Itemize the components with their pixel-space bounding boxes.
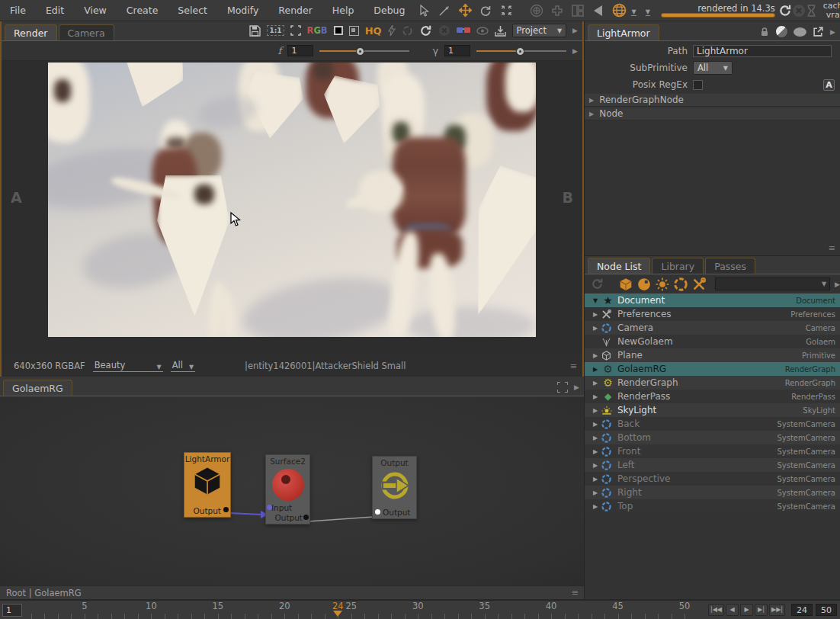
menu-view[interactable]: View — [74, 0, 117, 21]
light-icon[interactable] — [656, 277, 669, 291]
refresh-render-icon[interactable] — [419, 24, 432, 37]
tree-row-golaemrg[interactable]: ▶⚙GolaemRGRenderGraph — [585, 362, 840, 376]
expand-arrow[interactable]: ▶ — [589, 462, 601, 469]
stereo-glasses-icon[interactable] — [457, 27, 470, 35]
port-dot[interactable] — [303, 515, 309, 520]
port-dot[interactable] — [375, 509, 380, 515]
tab-camera[interactable]: Camera — [59, 24, 114, 40]
current-frame-field[interactable]: 24 — [791, 604, 813, 616]
tree-row-rendergraph[interactable]: ▶⚙RenderGraphRenderGraph — [585, 376, 840, 390]
tab-passes[interactable]: Passes — [705, 258, 755, 274]
menu-file[interactable]: File — [0, 0, 36, 21]
tab-golaemrg[interactable]: GolaemRG — [3, 380, 72, 396]
tree-row-preferences[interactable]: ▶PreferencesPreferences — [585, 307, 840, 321]
tree-row-skylight[interactable]: ▶SkyLightSkyLight — [585, 403, 840, 417]
expand-arrow[interactable]: ▼ — [589, 297, 601, 304]
breadcrumb[interactable]: Root | GolaemRG — [6, 588, 82, 598]
port-input[interactable]: Input — [271, 503, 292, 512]
menu-create[interactable]: Create — [117, 0, 168, 21]
save-icon[interactable] — [249, 25, 261, 37]
expand-arrow[interactable]: ▶ — [589, 380, 601, 386]
rgb-icon[interactable]: RGB — [307, 25, 328, 36]
skip-to-end-button[interactable]: ▶▶| — [769, 604, 785, 616]
camera-icon[interactable] — [674, 277, 688, 291]
layout-icon[interactable] — [570, 3, 585, 18]
project-dropdown[interactable]: Project▼ — [512, 24, 567, 37]
export-icon[interactable] — [495, 25, 506, 37]
menu-render[interactable]: Render — [268, 0, 322, 21]
expand-arrow[interactable]: ▶ — [589, 311, 601, 318]
globe-icon[interactable] — [611, 3, 627, 18]
timeline-start-field[interactable]: 1 — [2, 604, 22, 617]
layer-dropdown[interactable]: Beauty▼ — [93, 360, 163, 372]
subprimitive-dropdown[interactable]: All▼ — [693, 61, 733, 75]
tree-row-plane[interactable]: ▶PlanePrimitive — [585, 348, 840, 362]
lightning-icon[interactable] — [388, 25, 396, 36]
lock-icon[interactable] — [759, 27, 770, 37]
fullscreen-icon[interactable] — [557, 382, 568, 393]
puzzle-icon[interactable] — [550, 3, 565, 18]
panel-menu-arrow[interactable]: ▶ — [830, 28, 835, 36]
panel-menu-arrow[interactable]: ▶ — [572, 27, 578, 34]
shaded-ball-icon[interactable] — [776, 26, 787, 37]
port-dot[interactable] — [267, 505, 272, 510]
skip-to-start-button[interactable]: |◀◀ — [708, 604, 724, 616]
panel-resize-grip[interactable]: ≡ — [829, 243, 835, 253]
node-graph-canvas[interactable]: LightArmor Output Surface2 Input Output — [0, 396, 584, 585]
slider-menu-arrow[interactable]: ▶ — [572, 47, 578, 55]
context-dropdown-1[interactable]: ▼ — [631, 5, 636, 16]
expand-arrow[interactable]: ▶ — [589, 352, 601, 359]
play-button[interactable]: ▶ — [740, 604, 753, 616]
node-lightarmor[interactable]: LightArmor Output — [184, 452, 231, 518]
refresh-icon[interactable] — [778, 3, 792, 18]
expand-arrow[interactable]: ▶ — [589, 476, 601, 483]
tools-icon[interactable] — [692, 277, 706, 291]
pointer-icon[interactable] — [416, 3, 431, 18]
tree-row-front[interactable]: ▶FrontSystemCamera — [585, 444, 840, 458]
channel-dropdown[interactable]: All▼ — [171, 360, 195, 372]
step-forward-button[interactable]: ▶| — [755, 604, 768, 616]
expression-a-button[interactable]: A — [823, 79, 835, 91]
port-dot[interactable] — [223, 507, 229, 512]
snap-icon[interactable] — [499, 3, 514, 18]
pen-icon[interactable] — [437, 3, 452, 18]
tab-lightarmor[interactable]: LightArmor — [588, 24, 659, 40]
path-field[interactable] — [693, 45, 832, 57]
stop-icon[interactable] — [438, 24, 450, 37]
gamma-input[interactable] — [444, 45, 470, 56]
eye-icon[interactable] — [476, 27, 489, 35]
one-to-one-icon[interactable]: 1:1 — [267, 25, 284, 36]
section-node[interactable]: ▶ Node — [585, 107, 840, 120]
panel-menu-arrow[interactable]: ▶ — [574, 383, 579, 391]
tree-row-bottom[interactable]: ▶BottomSystemCamera — [585, 431, 840, 444]
tree-row-right[interactable]: ▶RightSystemCamera — [585, 486, 840, 499]
expand-arrow[interactable]: ▶ — [589, 393, 601, 400]
gamma-slider[interactable] — [476, 47, 566, 56]
node-surface2[interactable]: Surface2 Input Output — [265, 454, 310, 524]
tree-row-perspective[interactable]: ▶PerspectiveSystemCamera — [585, 472, 840, 486]
expand-arrow[interactable]: ▶ — [589, 448, 601, 455]
tree-row-left[interactable]: ▶LeftSystemCamera — [585, 458, 840, 472]
tab-library[interactable]: Library — [652, 258, 704, 274]
tree-row-document[interactable]: ▼★DocumentDocument — [585, 293, 840, 307]
refresh-icon[interactable] — [591, 277, 604, 290]
expand-arrow[interactable]: ▶ — [589, 435, 601, 441]
expand-arrow[interactable]: ▶ — [589, 111, 594, 117]
hq-icon[interactable]: HQ — [365, 25, 382, 37]
section-rendergraphnode[interactable]: ▶ RenderGraphNode — [585, 94, 840, 107]
tree-row-camera[interactable]: ▶CameraCamera — [585, 321, 840, 335]
expand-arrow[interactable]: ▶ — [589, 366, 601, 373]
exposure-slider[interactable] — [319, 47, 409, 56]
posix-regex-checkbox[interactable] — [693, 80, 703, 90]
expand-arrow[interactable]: ▶ — [589, 407, 601, 414]
loop-icon[interactable] — [402, 25, 413, 37]
panel-resize-grip[interactable]: ≡ — [572, 588, 578, 598]
panel-resize-grip[interactable]: ≡ — [570, 361, 576, 371]
tab-render[interactable]: Render — [5, 24, 57, 40]
expand-arrow[interactable]: ▶ — [589, 97, 594, 104]
timeline-ruler[interactable]: 510152025303540455024 — [22, 601, 705, 619]
render-image[interactable] — [48, 63, 536, 337]
menu-edit[interactable]: Edit — [36, 0, 74, 21]
menu-modify[interactable]: Modify — [217, 0, 268, 21]
panel-menu-arrow[interactable]: ▶ — [835, 281, 840, 288]
